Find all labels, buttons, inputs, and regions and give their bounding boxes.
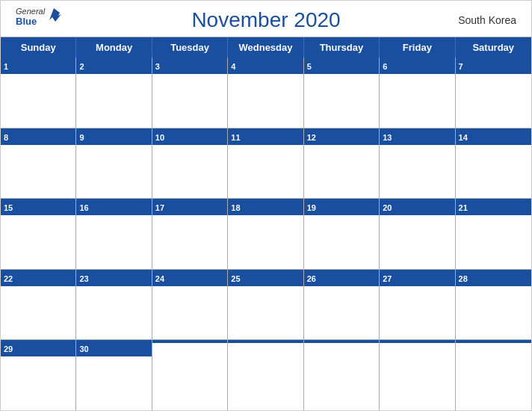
day-cell: 23 xyxy=(76,270,152,340)
day-number: 13 xyxy=(383,133,392,142)
day-number: 22 xyxy=(4,274,13,283)
day-number: 21 xyxy=(459,203,468,212)
day-number: 11 xyxy=(231,133,240,142)
calendar-grid: SundayMondayTuesdayWednesdayThursdayFrid… xyxy=(1,37,531,410)
day-cell: 15 xyxy=(1,199,76,269)
week-row-1: 1234567 xyxy=(1,58,531,129)
day-number: 28 xyxy=(459,274,468,283)
day-number: 17 xyxy=(155,203,164,212)
day-number: 24 xyxy=(155,274,164,283)
logo-general: General xyxy=(16,7,45,16)
day-cell: 29 xyxy=(1,340,76,410)
day-number: 1 xyxy=(4,62,8,71)
day-header-tuesday: Tuesday xyxy=(152,37,228,58)
day-header-monday: Monday xyxy=(76,37,152,58)
day-number: 9 xyxy=(79,133,84,142)
day-cell: 16 xyxy=(76,199,152,269)
day-number: 3 xyxy=(155,62,160,71)
day-cell: 20 xyxy=(380,199,455,269)
day-cell xyxy=(380,340,455,410)
day-cell: 21 xyxy=(456,199,531,269)
weeks-container: 1234567891011121314151617181920212223242… xyxy=(1,58,531,410)
day-cell: 26 xyxy=(304,270,380,340)
day-cell: 8 xyxy=(1,129,76,199)
logo-blue: Blue xyxy=(16,16,45,27)
day-number: 30 xyxy=(79,344,88,353)
day-cell: 25 xyxy=(228,270,303,340)
day-cell: 3 xyxy=(152,58,228,128)
week-row-5: 2930 xyxy=(1,340,531,410)
week-row-2: 891011121314 xyxy=(1,129,531,200)
day-number: 27 xyxy=(383,274,392,283)
day-number: 20 xyxy=(383,203,392,212)
day-number: 2 xyxy=(79,62,84,71)
day-number: 6 xyxy=(383,62,387,71)
day-cell: 13 xyxy=(380,129,455,199)
day-cell xyxy=(304,340,380,410)
day-headers-row: SundayMondayTuesdayWednesdayThursdayFrid… xyxy=(1,37,531,58)
week-row-3: 15161718192021 xyxy=(1,199,531,270)
day-number: 23 xyxy=(79,274,88,283)
day-number: 10 xyxy=(155,133,164,142)
day-number: 12 xyxy=(307,133,316,142)
day-cell: 22 xyxy=(1,270,76,340)
day-cell: 9 xyxy=(76,129,152,199)
day-cell: 30 xyxy=(76,340,152,410)
day-number: 8 xyxy=(4,133,8,142)
day-cell: 4 xyxy=(228,58,303,128)
day-header-thursday: Thursday xyxy=(304,37,380,58)
day-number: 16 xyxy=(79,203,88,212)
day-cell: 1 xyxy=(1,58,76,128)
day-cell: 7 xyxy=(456,58,531,128)
day-number: 15 xyxy=(4,203,13,212)
logo: General Blue xyxy=(16,7,63,27)
day-header-sunday: Sunday xyxy=(1,37,76,58)
day-number: 5 xyxy=(307,62,312,71)
day-number: 14 xyxy=(459,133,468,142)
day-number: 18 xyxy=(231,203,240,212)
day-cell xyxy=(152,340,228,410)
day-cell: 5 xyxy=(304,58,380,128)
day-cell: 2 xyxy=(76,58,152,128)
calendar-title: November 2020 xyxy=(191,8,340,32)
calendar-header: General Blue November 2020 South Korea xyxy=(1,1,531,37)
svg-marker-0 xyxy=(49,7,63,22)
day-cell xyxy=(228,340,303,410)
day-number: 29 xyxy=(4,344,13,353)
day-cell: 14 xyxy=(456,129,531,199)
day-number: 4 xyxy=(231,62,235,71)
week-row-4: 22232425262728 xyxy=(1,270,531,341)
day-cell: 28 xyxy=(456,270,531,340)
day-cell: 6 xyxy=(380,58,455,128)
day-cell: 19 xyxy=(304,199,380,269)
day-cell: 10 xyxy=(152,129,228,199)
day-header-friday: Friday xyxy=(380,37,455,58)
day-number: 25 xyxy=(231,274,240,283)
day-cell: 24 xyxy=(152,270,228,340)
logo-bird-icon xyxy=(46,5,63,25)
day-cell: 27 xyxy=(380,270,455,340)
day-cell xyxy=(456,340,531,410)
day-header-saturday: Saturday xyxy=(456,37,531,58)
day-number: 7 xyxy=(459,62,463,71)
day-cell: 17 xyxy=(152,199,228,269)
calendar-region: South Korea xyxy=(458,14,516,26)
day-cell: 18 xyxy=(228,199,303,269)
day-cell: 12 xyxy=(304,129,380,199)
calendar-container: General Blue November 2020 South Korea S… xyxy=(0,0,532,411)
day-header-wednesday: Wednesday xyxy=(228,37,303,58)
day-number: 26 xyxy=(307,274,316,283)
day-number: 19 xyxy=(307,203,316,212)
day-cell: 11 xyxy=(228,129,303,199)
